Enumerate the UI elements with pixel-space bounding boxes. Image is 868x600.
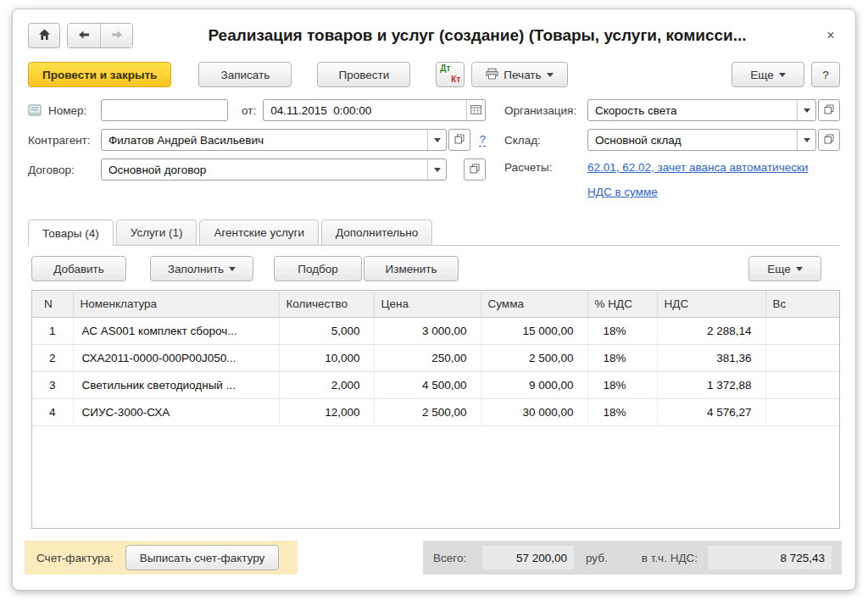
chevron-down-icon[interactable] xyxy=(427,159,446,180)
chevron-down-icon[interactable] xyxy=(797,130,815,150)
cell-sum[interactable]: 9 000,00 xyxy=(481,372,587,399)
home-button[interactable] xyxy=(28,23,60,48)
tab-goods[interactable]: Товары (4) xyxy=(28,219,114,246)
col-header-sum[interactable]: Сумма xyxy=(481,291,587,318)
cell-vat-pct[interactable]: 18% xyxy=(587,372,657,399)
issue-invoice-button[interactable]: Выписать счет-фактуру xyxy=(125,545,280,570)
forward-button[interactable] xyxy=(100,24,132,47)
organization-field[interactable]: Скорость света xyxy=(587,99,816,121)
cell-item[interactable]: СИУС-3000-СХА xyxy=(73,399,279,426)
cell-total[interactable] xyxy=(765,318,839,345)
cell-sum[interactable]: 15 000,00 xyxy=(481,318,587,345)
pick-button[interactable]: Подбор xyxy=(274,256,362,281)
contract-label: Договор: xyxy=(28,164,101,176)
back-button[interactable] xyxy=(68,24,100,47)
open-organization-button[interactable] xyxy=(818,99,840,121)
col-header-price[interactable]: Цена xyxy=(374,291,481,318)
vat-in-sum-link[interactable]: НДС в сумме xyxy=(587,186,808,198)
calendar-button[interactable] xyxy=(466,100,485,120)
open-contract-button[interactable] xyxy=(464,158,486,181)
chevron-down-icon[interactable] xyxy=(797,100,815,120)
more-button-label: Еще xyxy=(750,69,773,81)
settlements-accounts-link[interactable]: 62.01, 62.02, зачет аванса автоматически xyxy=(587,161,808,174)
table-toolbar: Добавить Заполнить Подбор Изменить Еще xyxy=(31,256,840,281)
chevron-down-icon[interactable] xyxy=(427,130,446,150)
vat-total-label: в т.ч. НДС: xyxy=(642,552,698,564)
counterparty-help-link[interactable]: ? xyxy=(479,133,486,147)
cell-n[interactable]: 1 xyxy=(32,318,73,345)
footer-bar: Счет-фактура: Выписать счет-фактуру Всег… xyxy=(25,541,855,575)
cell-vat[interactable]: 4 576,27 xyxy=(657,399,765,426)
col-header-n[interactable]: N xyxy=(32,291,73,318)
table-more-button[interactable]: Еще xyxy=(748,256,821,281)
cell-price[interactable]: 250,00 xyxy=(374,345,481,372)
save-button[interactable]: Записать xyxy=(198,62,292,87)
col-header-vat-pct[interactable]: % НДС xyxy=(587,291,657,318)
col-header-item[interactable]: Номенклатура xyxy=(73,291,279,318)
cell-total[interactable] xyxy=(765,372,839,399)
col-header-vat[interactable]: НДС xyxy=(657,291,765,318)
table-row[interactable]: 4 СИУС-3000-СХА 12,000 2 500,00 30 000,0… xyxy=(32,399,839,426)
col-header-qty[interactable]: Количество xyxy=(279,291,374,318)
cell-item[interactable]: АС AS001 комплект сбороч... xyxy=(73,318,279,345)
dtkt-button[interactable]: Дт Кт xyxy=(436,62,465,87)
cell-qty[interactable]: 2,000 xyxy=(279,372,374,399)
tab-services[interactable]: Услуги (1) xyxy=(116,219,198,245)
col-header-total[interactable]: Вс xyxy=(765,291,839,318)
cell-qty[interactable]: 5,000 xyxy=(279,318,374,345)
cell-qty[interactable]: 10,000 xyxy=(279,345,374,372)
cell-qty[interactable]: 12,000 xyxy=(279,399,374,426)
cell-sum[interactable]: 2 500,00 xyxy=(481,345,587,372)
counterparty-field[interactable]: Филатов Андрей Васильевич xyxy=(101,129,447,151)
cell-vat[interactable]: 1 372,88 xyxy=(657,372,765,399)
cell-item[interactable]: СХА2011-0000-000Р00J050... xyxy=(73,345,279,372)
table-more-label: Еще xyxy=(767,263,790,275)
cell-total[interactable] xyxy=(765,345,839,372)
contract-field[interactable]: Основной договор xyxy=(101,158,447,181)
chevron-down-icon xyxy=(547,73,554,77)
nav-history-group xyxy=(67,23,133,48)
cell-vat-pct[interactable]: 18% xyxy=(587,345,657,372)
add-row-button[interactable]: Добавить xyxy=(31,256,126,281)
cell-vat-pct[interactable]: 18% xyxy=(587,399,657,426)
date-input[interactable]: 04.11.2015 0:00:00 xyxy=(263,99,486,121)
command-toolbar: Провести и закрыть Записать Провести Дт … xyxy=(28,62,840,87)
help-button[interactable]: ? xyxy=(811,62,840,87)
cell-price[interactable]: 3 000,00 xyxy=(374,318,481,345)
print-button[interactable]: Печать xyxy=(471,62,567,87)
printer-icon xyxy=(486,68,498,82)
open-in-new-icon xyxy=(454,134,465,147)
chevron-down-icon xyxy=(796,267,803,271)
open-counterparty-button[interactable] xyxy=(448,129,470,151)
fill-button[interactable]: Заполнить xyxy=(150,256,253,281)
number-input[interactable] xyxy=(101,99,228,121)
table-row[interactable]: 1 АС AS001 комплект сбороч... 5,000 3 00… xyxy=(32,318,839,345)
cell-price[interactable]: 4 500,00 xyxy=(374,372,481,399)
cell-vat[interactable]: 381,36 xyxy=(657,345,765,372)
cell-sum[interactable]: 30 000,00 xyxy=(481,399,587,426)
warehouse-label: Склад: xyxy=(504,134,587,147)
more-button[interactable]: Еще xyxy=(732,62,804,87)
cell-total[interactable] xyxy=(765,399,839,426)
post-button[interactable]: Провести xyxy=(317,62,410,87)
open-warehouse-button[interactable] xyxy=(818,129,840,151)
close-button[interactable]: × xyxy=(821,28,840,43)
tab-agent-services[interactable]: Агентские услуги xyxy=(199,219,319,245)
table-row[interactable]: 3 Светильник светодиодный ... 2,000 4 50… xyxy=(32,372,839,399)
table-row[interactable]: 2 СХА2011-0000-000Р00J050... 10,000 250,… xyxy=(32,345,839,372)
page: Реализация товаров и услуг (создание) (Т… xyxy=(0,0,868,600)
cell-n[interactable]: 4 xyxy=(32,399,73,426)
cell-vat[interactable]: 2 288,14 xyxy=(657,318,765,345)
invoice-label: Счет-фактура: xyxy=(36,552,114,564)
total-value: 57 200,00 xyxy=(482,546,574,569)
back-arrow-icon xyxy=(78,30,90,42)
post-and-close-button[interactable]: Провести и закрыть xyxy=(28,62,171,87)
cell-vat-pct[interactable]: 18% xyxy=(587,318,657,345)
cell-item[interactable]: Светильник светодиодный ... xyxy=(73,372,279,399)
warehouse-field[interactable]: Основной склад xyxy=(587,129,816,151)
cell-n[interactable]: 2 xyxy=(32,345,73,372)
cell-price[interactable]: 2 500,00 xyxy=(374,399,481,426)
tab-additional[interactable]: Дополнительно xyxy=(321,219,432,245)
edit-button[interactable]: Изменить xyxy=(364,256,459,281)
cell-n[interactable]: 3 xyxy=(32,372,73,399)
